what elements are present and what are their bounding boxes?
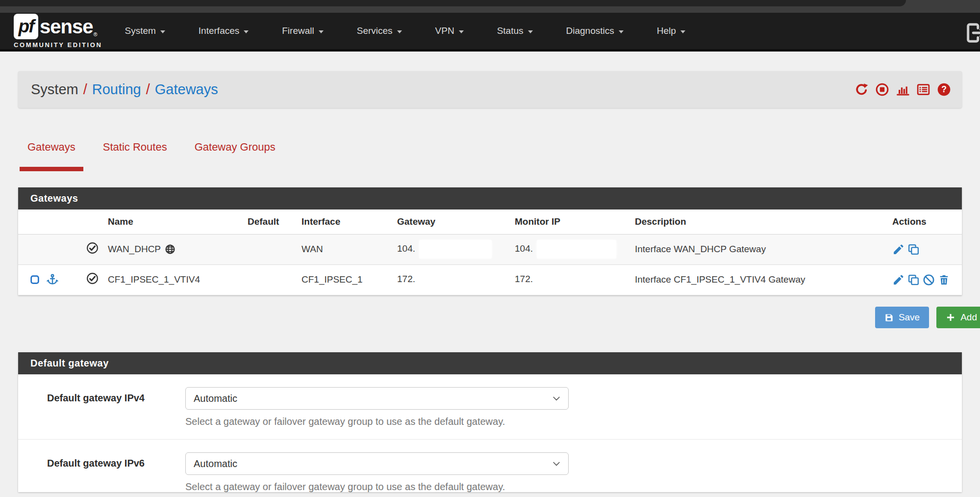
default-gateway-panel-title: Default gateway: [18, 352, 962, 374]
default-gateway-ipv6-label: Default gateway IPv6: [47, 452, 162, 493]
gateways-table: Name Default Interface Gateway Monitor I…: [18, 209, 962, 295]
default-gateway-ipv6-help: Select a gateway or failover gateway gro…: [185, 481, 569, 493]
pfsense-logo[interactable]: pf sense ® COMMUNITY EDITION: [14, 14, 102, 49]
interface-cell: CF1_IPSEC_1: [298, 264, 393, 295]
ban-icon[interactable]: [923, 274, 935, 286]
sign-out-icon[interactable]: [964, 22, 980, 46]
browser-tab-remnant: [0, 0, 906, 6]
check-circle-icon: [86, 272, 99, 285]
main-menu: System Interfaces Firewall Services VPN …: [108, 26, 702, 36]
trash-icon[interactable]: [938, 274, 950, 286]
caret-down-icon: [619, 30, 624, 33]
description-cell: Interface CF1_IPSEC_1_VTIV4 Gateway: [631, 264, 888, 295]
gateways-panel-title: Gateways: [18, 187, 962, 209]
browser-chrome-strip: [0, 0, 980, 13]
menu-vpn[interactable]: VPN: [419, 26, 480, 36]
copy-icon[interactable]: [907, 243, 920, 256]
form-row-ipv6: Default gateway IPv6 Automatic Select a …: [18, 439, 962, 497]
pfsense-logo-mark: pf: [14, 14, 38, 39]
globe-icon: [164, 243, 176, 255]
menu-status-label: Status: [497, 26, 524, 36]
table-row: CF1_IPSEC_1_VTIV4 CF1_IPSEC_1 172. 172. …: [18, 264, 962, 295]
default-gateway-ipv4-help: Select a gateway or failover gateway gro…: [185, 416, 569, 427]
menu-system[interactable]: System: [108, 26, 181, 36]
menu-diagnostics[interactable]: Diagnostics: [550, 26, 640, 36]
redaction-box: [419, 240, 492, 259]
caret-down-icon: [459, 30, 464, 33]
breadcrumb-action-icons: ?: [854, 82, 951, 97]
gateway-name-cell: WAN_DHCP: [104, 234, 244, 264]
breadcrumb-link-routing[interactable]: Routing: [92, 81, 141, 98]
monitor-ip-cell: 104.: [511, 234, 631, 264]
menu-help[interactable]: Help: [640, 26, 702, 36]
gateway-ip-cell: 104.: [393, 234, 511, 264]
square-icon[interactable]: [29, 274, 40, 285]
anchor-icon[interactable]: [46, 273, 59, 286]
stop-icon[interactable]: [875, 82, 889, 97]
redaction-box: [419, 270, 492, 289]
monitor-ip: 104.: [515, 243, 533, 254]
plus-icon: [946, 313, 955, 322]
menu-services-label: Services: [357, 26, 393, 36]
copy-icon[interactable]: [907, 274, 920, 286]
registered-mark: ®: [93, 31, 97, 37]
col-name: Name: [104, 209, 244, 234]
breadcrumb-link-gateways[interactable]: Gateways: [155, 81, 218, 98]
menu-firewall-label: Firewall: [282, 26, 314, 36]
col-actions: Actions: [888, 209, 962, 234]
status-cell: [82, 234, 104, 264]
menu-status[interactable]: Status: [480, 26, 550, 36]
add-button-label: Add: [960, 312, 977, 323]
default-gateway-ipv4-select[interactable]: Automatic: [185, 387, 569, 410]
check-circle-icon: [86, 241, 99, 255]
caret-down-icon: [244, 30, 249, 33]
tab-gateways[interactable]: Gateways: [20, 141, 83, 171]
menu-vpn-label: VPN: [435, 26, 454, 36]
col-description: Description: [631, 209, 888, 234]
routing-tabs: Gateways Static Routes Gateway Groups: [20, 141, 283, 171]
col-monitor-ip: Monitor IP: [511, 209, 631, 234]
pfsense-logo-text: sense: [40, 17, 93, 36]
table-row: WAN_DHCP WAN 104. 104. Interface WAN_DHC…: [18, 234, 962, 264]
tab-gateway-groups[interactable]: Gateway Groups: [187, 141, 283, 171]
caret-down-icon: [528, 30, 533, 33]
breadcrumb-separator: /: [146, 81, 150, 98]
help-icon[interactable]: ?: [937, 82, 951, 97]
tab-static-routes[interactable]: Static Routes: [95, 141, 175, 171]
col-reorder: [18, 209, 82, 234]
breadcrumb-separator: /: [83, 81, 87, 98]
caret-down-icon: [319, 30, 324, 33]
actions-cell: [888, 264, 962, 295]
menu-interfaces[interactable]: Interfaces: [182, 26, 265, 36]
col-default: Default: [244, 209, 298, 234]
gateways-panel: Gateways Name Default Interface Gateway …: [18, 187, 962, 295]
chart-bar-icon[interactable]: [896, 82, 910, 97]
default-gateway-ipv4-value: Automatic: [194, 393, 237, 404]
save-button[interactable]: Save: [875, 307, 929, 328]
table-actions-bar: Save Add: [18, 307, 962, 328]
reorder-cell: [18, 264, 82, 295]
status-cell: [82, 264, 104, 295]
col-status: [82, 209, 104, 234]
default-gateway-panel: Default gateway Default gateway IPv4 Aut…: [18, 352, 962, 492]
default-gateway-ipv6-value: Automatic: [194, 458, 237, 470]
menu-services[interactable]: Services: [340, 26, 419, 36]
gateway-ip: 172.: [397, 274, 415, 284]
menu-interfaces-label: Interfaces: [199, 26, 239, 36]
menu-firewall[interactable]: Firewall: [265, 26, 340, 36]
edit-pencil-icon[interactable]: [892, 243, 905, 256]
interface-cell: WAN: [298, 234, 393, 264]
redaction-box: [537, 270, 616, 289]
redaction-box: [537, 240, 616, 259]
default-gateway-ipv6-select[interactable]: Automatic: [185, 452, 569, 475]
refresh-icon[interactable]: [854, 82, 869, 97]
monitor-ip: 172.: [515, 274, 533, 284]
caret-down-icon: [397, 30, 402, 33]
add-button[interactable]: Add: [936, 307, 980, 328]
form-row-ipv4: Default gateway IPv4 Automatic Select a …: [18, 374, 962, 439]
actions-cell: [888, 234, 962, 264]
edit-pencil-icon[interactable]: [892, 274, 905, 286]
list-icon[interactable]: [916, 82, 930, 97]
top-navbar: pf sense ® COMMUNITY EDITION System Inte…: [0, 13, 980, 52]
caret-down-icon: [680, 30, 685, 33]
